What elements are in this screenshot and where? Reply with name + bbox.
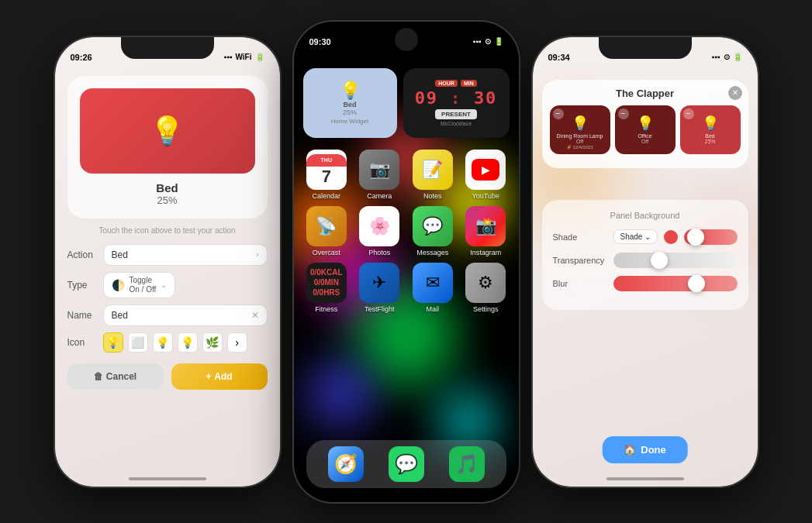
phone-1: 09:26 ▪▪▪ WiFi 🔋 💡 Bed 25% Touch the ico…	[55, 37, 280, 487]
add-button[interactable]: + Add	[171, 363, 268, 390]
icon-bulb[interactable]: 💡	[103, 332, 123, 353]
status-time-3: 09:34	[548, 53, 570, 62]
phone1-content: 💡 Bed 25% Touch the icon above to test y…	[67, 76, 268, 390]
widget-percent: 25%	[80, 194, 255, 206]
action-chevron: ›	[256, 250, 258, 259]
home-widget-label: Home Widget	[331, 118, 368, 125]
app-camera-label: Camera	[367, 192, 392, 200]
dock-spotify[interactable]: 🎵	[449, 446, 485, 482]
app-messages-label: Messages	[416, 249, 448, 256]
app-youtube-label: YouTube	[472, 192, 499, 200]
phone-3: 09:34 ▪▪▪ ⊙ 🔋 The Clapper ✕ − 💡 Dining R…	[533, 37, 758, 487]
icon-rect[interactable]: ⬜	[128, 332, 148, 353]
app-messages[interactable]: 💬 Messages	[409, 206, 457, 256]
app-instagram[interactable]: 📸 Instagram	[462, 206, 510, 256]
app-testflight[interactable]: ✈ TestFlight	[356, 263, 403, 313]
notch-1	[121, 37, 214, 59]
phone-2: 09:30 ▪▪▪ ⊙ 🔋 💡 Bed 25% Home Widget HOUR…	[294, 22, 519, 502]
app-photos-label: Photos	[368, 249, 390, 256]
cancel-button[interactable]: 🗑 Cancel	[67, 363, 164, 390]
battery-icon-1: 🔋	[255, 53, 264, 61]
app-settings[interactable]: ⚙ Settings	[462, 263, 510, 313]
icon-more[interactable]: ›	[227, 332, 247, 353]
app-overcast-label: Overcast	[313, 249, 340, 256]
panel-background-section: Panel Background Shade Shade ⌄ Transpare…	[542, 200, 748, 310]
home-widget[interactable]: 💡 Bed 25% Home Widget	[303, 68, 397, 138]
icon-leaf[interactable]: 🌿	[202, 332, 223, 353]
signal-icon-1: ▪▪▪	[224, 53, 233, 61]
panel-section-title: Panel Background	[553, 211, 738, 220]
dock: 🧭 💬 🎵	[306, 440, 506, 488]
blur-slider[interactable]	[613, 276, 738, 291]
app-instagram-label: Instagram	[470, 249, 501, 256]
status-time-2: 09:30	[309, 37, 331, 46]
action-label: Action	[67, 249, 97, 260]
minus-bed[interactable]: −	[683, 108, 694, 119]
clapper-close-button[interactable]: ✕	[728, 86, 742, 100]
shade-color-dot[interactable]	[664, 230, 678, 244]
light-bed[interactable]: − 💡 Bed 25%	[680, 105, 741, 154]
app-photos[interactable]: 🌸 Photos	[356, 206, 403, 256]
app-mail[interactable]: ✉ Mail	[409, 263, 457, 313]
type-field[interactable]: 🌓 Toggle On / Off ⌄	[103, 272, 176, 298]
done-button[interactable]: 🏠 Done	[602, 436, 688, 463]
home-bar-1	[129, 477, 206, 480]
minus-office[interactable]: −	[618, 108, 629, 119]
app-camera[interactable]: 📷 Camera	[356, 150, 403, 200]
dock-whatsapp[interactable]: 💬	[389, 446, 424, 482]
app-calendar[interactable]: THU 7 Calendar	[303, 150, 351, 200]
dining-date: ⚡ 12/4/2021	[555, 144, 606, 150]
min-label: MIN	[461, 80, 477, 87]
app-calendar-label: Calendar	[312, 192, 340, 200]
name-field[interactable]: Bed ✕	[103, 305, 268, 326]
clapper-title: The Clapper	[550, 88, 741, 99]
shade-slider-thumb[interactable]	[687, 229, 704, 246]
light-office[interactable]: − 💡 Office Off	[615, 105, 676, 154]
plus-icon: +	[206, 371, 211, 382]
dining-name: Dining Room Lamp	[555, 133, 606, 139]
app-overcast[interactable]: 📡 Overcast	[303, 206, 351, 256]
clock-labels: HOUR MIN	[435, 80, 476, 87]
minus-dining[interactable]: −	[553, 108, 564, 119]
type-chevron: ⌄	[161, 280, 167, 289]
action-field[interactable]: Bed ›	[103, 244, 268, 266]
battery-icon-3: 🔋	[733, 53, 742, 61]
icon-options: 💡 ⬜ 💡 💡 🌿 ›	[103, 332, 247, 353]
app-youtube[interactable]: ▶ YouTube	[462, 150, 510, 200]
dining-status: Off	[555, 139, 606, 144]
blur-slider-thumb[interactable]	[688, 275, 705, 292]
icon-bulb2[interactable]: 💡	[153, 332, 173, 353]
shade-button[interactable]: Shade ⌄	[613, 229, 658, 244]
clock-widget[interactable]: HOUR MIN 09 : 30 PRESENT McClockface	[403, 68, 510, 138]
wifi-icon-2: ⊙	[485, 37, 491, 46]
blur-row: Blur	[553, 276, 738, 291]
blur-label: Blur	[553, 279, 607, 288]
bokeh-blue	[309, 363, 371, 425]
app-fitness-label: Fitness	[315, 305, 337, 313]
transparency-slider[interactable]	[613, 253, 738, 268]
type-row: Type 🌓 Toggle On / Off ⌄	[67, 272, 268, 298]
app-notes[interactable]: 📝 Notes	[409, 150, 457, 200]
name-label: Name	[67, 310, 97, 321]
icon-label: Icon	[67, 337, 97, 348]
toggle-label: Toggle On / Off	[130, 276, 157, 294]
office-status: Off	[620, 139, 671, 144]
widget-card: 💡 Bed 25%	[67, 76, 268, 218]
status-icons-2: ▪▪▪ ⊙ 🔋	[473, 37, 503, 46]
shade-slider[interactable]	[684, 229, 737, 245]
status-icons-3: ▪▪▪ ⊙ 🔋	[712, 53, 742, 61]
signal-icon-2: ▪▪▪	[473, 37, 482, 46]
widget-row: 💡 Bed 25% Home Widget HOUR MIN 09 : 30 P…	[303, 68, 510, 138]
light-dining[interactable]: − 💡 Dining Room Lamp Off ⚡ 12/4/2021	[550, 105, 610, 154]
widget-name: Bed	[80, 181, 255, 194]
home-bar-3	[606, 477, 684, 480]
name-clear[interactable]: ✕	[251, 310, 259, 321]
transparency-slider-thumb[interactable]	[651, 252, 668, 269]
hour-label: HOUR	[435, 80, 458, 87]
dock-safari[interactable]: 🧭	[328, 446, 364, 482]
type-label: Type	[67, 280, 97, 291]
icon-bulb3[interactable]: 💡	[178, 332, 198, 353]
button-row: 🗑 Cancel + Add	[67, 363, 268, 390]
app-fitness[interactable]: 0/0KCAL0/0MIN0/0HRS Fitness	[303, 263, 351, 313]
widget-icon-area[interactable]: 💡	[80, 88, 255, 174]
